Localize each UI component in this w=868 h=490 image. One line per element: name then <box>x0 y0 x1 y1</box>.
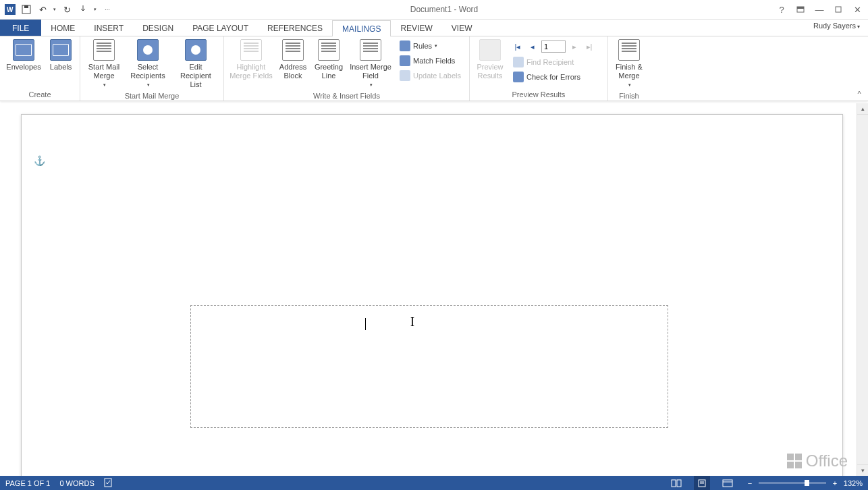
svg-rect-8 <box>672 480 676 487</box>
check-errors-label: Check for Errors <box>526 73 580 81</box>
tab-view[interactable]: VIEW <box>442 20 482 36</box>
word-count[interactable]: 0 WORDS <box>59 479 94 487</box>
word-app-icon[interactable]: W <box>3 2 18 17</box>
ribbon: Envelopes Labels Create Start Mail Merge… <box>0 36 868 101</box>
scroll-down-icon[interactable]: ▾ <box>857 464 868 476</box>
qat-customize-icon[interactable]: ⋯ <box>100 2 115 17</box>
user-name: Rudy Sayers <box>813 22 856 30</box>
finish-merge-button[interactable]: Finish & Merge▾ <box>612 38 646 90</box>
record-navigation: |◂ ◂ ▸ ▸| <box>510 39 602 54</box>
update-labels-icon <box>400 70 410 81</box>
window-controls: ? — ✕ <box>774 3 865 16</box>
zoom-in-icon[interactable]: + <box>830 479 840 487</box>
envelopes-button[interactable]: Envelopes <box>4 38 43 73</box>
proofing-icon[interactable] <box>104 478 113 489</box>
last-record-icon: ▸| <box>583 40 595 53</box>
document-page[interactable]: ⚓ I <box>21 114 843 476</box>
greeting-line-button[interactable]: Greeting Line <box>312 38 346 82</box>
zoom-slider[interactable] <box>759 482 826 484</box>
address-block-button[interactable]: Address Block <box>277 38 309 82</box>
labels-button[interactable]: Labels <box>46 38 76 73</box>
save-icon[interactable] <box>19 2 34 17</box>
highlight-icon <box>240 39 262 61</box>
text-cursor <box>365 318 366 330</box>
zoom-out-icon[interactable]: − <box>745 479 755 487</box>
page-count[interactable]: PAGE 1 OF 1 <box>5 479 50 487</box>
svg-rect-9 <box>677 480 681 487</box>
update-labels-label: Update Labels <box>413 72 461 80</box>
print-layout-icon[interactable] <box>694 476 710 490</box>
document-title: Document1 - Word <box>115 5 774 14</box>
chevron-down-icon: ▾ <box>435 43 437 49</box>
web-layout-icon[interactable] <box>720 476 736 490</box>
insert-merge-field-label: Insert Merge Field <box>350 63 391 80</box>
tab-page-layout[interactable]: PAGE LAYOUT <box>183 20 258 36</box>
edit-recipient-list-icon <box>185 39 207 61</box>
group-preview-label: Preview Results <box>474 89 603 101</box>
chevron-down-icon: ▾ <box>370 80 373 89</box>
preview-results-icon <box>479 39 501 61</box>
rules-button[interactable]: Rules▾ <box>397 39 464 53</box>
touch-mode-icon[interactable] <box>76 2 90 17</box>
start-mail-merge-button[interactable]: Start Mail Merge▾ <box>84 38 124 90</box>
select-recipients-button[interactable]: Select Recipients▾ <box>126 38 169 90</box>
scroll-up-icon[interactable]: ▴ <box>857 103 868 115</box>
maximize-icon[interactable] <box>830 3 846 16</box>
tab-home[interactable]: HOME <box>41 20 84 36</box>
undo-icon[interactable]: ↶ <box>35 2 50 17</box>
edit-recipient-list-button[interactable]: Edit Recipient List <box>172 38 219 90</box>
tab-review[interactable]: REVIEW <box>391 20 441 36</box>
tab-references[interactable]: REFERENCES <box>258 20 332 36</box>
check-errors-button[interactable]: Check for Errors <box>510 70 602 84</box>
collapse-ribbon-icon[interactable]: ^ <box>853 90 865 98</box>
tab-design[interactable]: DESIGN <box>133 20 183 36</box>
select-recipients-icon <box>137 39 159 61</box>
group-write-insert-fields: Highlight Merge Fields Address Block Gre… <box>224 36 470 101</box>
first-record-icon[interactable]: |◂ <box>512 40 524 53</box>
vertical-scrollbar[interactable]: ▴ ▾ <box>857 103 868 476</box>
group-create: Envelopes Labels Create <box>0 36 80 101</box>
next-record-icon: ▸ <box>568 40 580 53</box>
ribbon-display-icon[interactable] <box>792 3 809 16</box>
document-area: ⚓ I ▴ ▾ Office <box>0 103 868 476</box>
read-mode-icon[interactable] <box>668 476 684 490</box>
chevron-down-icon: ▾ <box>857 24 860 30</box>
group-create-label: Create <box>4 89 76 101</box>
greeting-line-label: Greeting Line <box>315 63 343 80</box>
envelopes-label: Envelopes <box>6 63 40 72</box>
group-start-mail-merge: Start Mail Merge▾ Select Recipients▾ Edi… <box>80 36 224 101</box>
qat-dropdown-icon[interactable]: ▾ <box>92 2 99 17</box>
start-mail-merge-label: Start Mail Merge <box>88 63 119 80</box>
find-recipient-icon <box>513 57 524 67</box>
svg-text:W: W <box>7 6 13 13</box>
insert-merge-field-button[interactable]: Insert Merge Field▾ <box>348 38 393 90</box>
close-icon[interactable]: ✕ <box>849 3 865 16</box>
title-bar: W ↶ ▾ ↻ ▾ ⋯ Document1 - Word ? — ✕ <box>0 0 868 20</box>
help-icon[interactable]: ? <box>774 3 790 16</box>
rules-icon <box>400 40 410 51</box>
preview-results-button: Preview Results <box>474 38 506 82</box>
tab-mailings[interactable]: MAILINGS <box>332 20 391 36</box>
office-watermark: Office <box>787 452 848 470</box>
check-errors-icon <box>513 72 524 82</box>
envelope-icon <box>13 39 34 61</box>
status-bar: PAGE 1 OF 1 0 WORDS − + 132% <box>0 476 868 490</box>
text-box[interactable]: I <box>190 305 668 428</box>
tab-file[interactable]: FILE <box>0 20 41 36</box>
address-block-icon <box>282 39 304 61</box>
match-fields-icon <box>400 55 410 66</box>
redo-icon[interactable]: ↻ <box>59 2 74 17</box>
undo-dropdown-icon[interactable]: ▾ <box>51 2 58 17</box>
user-badge[interactable]: Rudy Sayers▾ <box>809 20 864 31</box>
quick-access-toolbar: W ↶ ▾ ↻ ▾ ⋯ <box>3 2 115 17</box>
minimize-icon[interactable]: — <box>811 3 828 16</box>
zoom-percent[interactable]: 132% <box>844 479 863 487</box>
prev-record-icon[interactable]: ◂ <box>526 40 539 53</box>
match-fields-button[interactable]: Match Fields <box>397 54 464 67</box>
chevron-down-icon: ▾ <box>103 80 106 89</box>
office-logo-icon <box>787 454 802 468</box>
tab-insert[interactable]: INSERT <box>84 20 133 36</box>
record-number-input[interactable] <box>541 40 566 53</box>
group-preview-results: Preview Results |◂ ◂ ▸ ▸| Find Recipient… <box>470 36 608 101</box>
zoom-slider-knob[interactable] <box>805 480 809 486</box>
